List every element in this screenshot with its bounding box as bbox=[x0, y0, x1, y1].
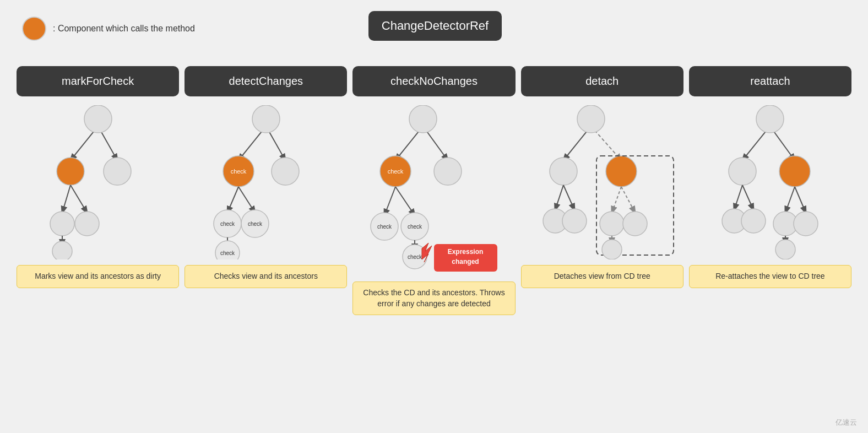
svg-point-48 bbox=[550, 158, 577, 185]
svg-line-5 bbox=[62, 185, 70, 213]
method-detach: detach bbox=[521, 66, 683, 96]
col-reattach: reattach bbox=[689, 66, 851, 315]
svg-text:check: check bbox=[230, 168, 246, 175]
svg-text:check: check bbox=[220, 250, 235, 256]
svg-point-13 bbox=[252, 105, 280, 133]
tree-svg-4 bbox=[525, 105, 679, 259]
svg-text:check: check bbox=[220, 221, 235, 227]
svg-text:Expression: Expression bbox=[448, 248, 484, 256]
svg-line-66 bbox=[734, 185, 742, 210]
svg-line-18 bbox=[238, 187, 255, 213]
tree-reattach bbox=[689, 105, 851, 259]
svg-point-69 bbox=[741, 209, 766, 233]
svg-point-16 bbox=[272, 158, 299, 185]
method-detectchanges: detectChanges bbox=[185, 66, 347, 96]
svg-point-10 bbox=[52, 241, 72, 259]
tree-svg-3: check check check check bbox=[357, 105, 511, 276]
svg-point-28 bbox=[409, 105, 437, 133]
svg-line-17 bbox=[227, 187, 238, 213]
col-detach: detach bbox=[521, 66, 683, 315]
svg-point-65 bbox=[779, 156, 810, 187]
svg-line-51 bbox=[555, 185, 563, 210]
watermark: 亿速云 bbox=[836, 418, 857, 427]
svg-text:check: check bbox=[408, 224, 422, 230]
svg-point-4 bbox=[104, 158, 131, 185]
svg-line-52 bbox=[563, 185, 574, 210]
desc-markforcheck: Marks view and its ancestors as dirty bbox=[17, 265, 179, 288]
svg-point-31 bbox=[434, 158, 462, 185]
svg-line-67 bbox=[742, 185, 753, 210]
method-checknochanges: checkNoChanges bbox=[352, 66, 515, 96]
root-label: ChangeDetectorRef bbox=[368, 11, 502, 41]
legend-circle bbox=[22, 17, 46, 41]
svg-text:check: check bbox=[388, 168, 404, 175]
legend-text: : Component which calls the method bbox=[53, 24, 195, 34]
svg-point-47 bbox=[577, 105, 605, 133]
svg-point-73 bbox=[794, 212, 818, 236]
svg-line-32 bbox=[384, 187, 395, 215]
tree-svg-5 bbox=[704, 105, 836, 259]
svg-point-57 bbox=[600, 212, 624, 236]
page: { "legend": { "text": ": Component which… bbox=[0, 0, 868, 433]
svg-point-2 bbox=[84, 105, 112, 133]
legend: : Component which calls the method bbox=[22, 17, 195, 41]
desc-checknochanges: Checks the CD and its ancestors. Throws … bbox=[352, 282, 515, 315]
svg-line-71 bbox=[795, 187, 806, 213]
desc-detach: Detaches view from CD tree bbox=[521, 265, 683, 288]
svg-point-75 bbox=[775, 240, 795, 259]
svg-text:check: check bbox=[377, 224, 392, 230]
method-markforcheck: markForCheck bbox=[17, 66, 179, 96]
col-markforcheck: markForCheck bbox=[17, 66, 179, 315]
tree-detach bbox=[521, 105, 683, 259]
svg-point-49 bbox=[606, 156, 637, 187]
svg-line-33 bbox=[395, 187, 415, 215]
svg-line-55 bbox=[612, 187, 621, 213]
desc-detectchanges: Checks view and its ancestors bbox=[185, 265, 347, 288]
svg-point-8 bbox=[75, 212, 99, 236]
tree-detectchanges: check check check check bbox=[185, 105, 347, 259]
svg-text:check: check bbox=[248, 221, 263, 227]
svg-point-60 bbox=[602, 240, 622, 259]
svg-point-64 bbox=[729, 158, 756, 185]
tree-markforcheck bbox=[17, 105, 179, 259]
svg-point-7 bbox=[50, 212, 74, 236]
tree-checknochanges: check check check check bbox=[352, 105, 515, 276]
columns-container: markForCheck bbox=[17, 66, 851, 315]
tree-svg-1 bbox=[32, 105, 164, 259]
desc-reattach: Re-attaches the view to CD tree bbox=[689, 265, 851, 288]
tree-svg-2: check check check check bbox=[200, 105, 332, 259]
svg-point-58 bbox=[623, 212, 647, 236]
svg-line-6 bbox=[70, 185, 87, 213]
root-box: ChangeDetectorRef bbox=[303, 11, 567, 41]
svg-line-56 bbox=[621, 187, 635, 213]
col-detectchanges: detectChanges check bbox=[185, 66, 347, 315]
svg-text:check: check bbox=[408, 254, 422, 260]
method-reattach: reattach bbox=[689, 66, 851, 96]
svg-text:changed: changed bbox=[452, 258, 479, 266]
svg-point-63 bbox=[756, 105, 784, 133]
svg-point-3 bbox=[57, 158, 84, 185]
svg-point-54 bbox=[562, 209, 587, 233]
col-checknochanges: checkNoChanges check bbox=[352, 66, 515, 315]
svg-line-70 bbox=[785, 187, 795, 213]
